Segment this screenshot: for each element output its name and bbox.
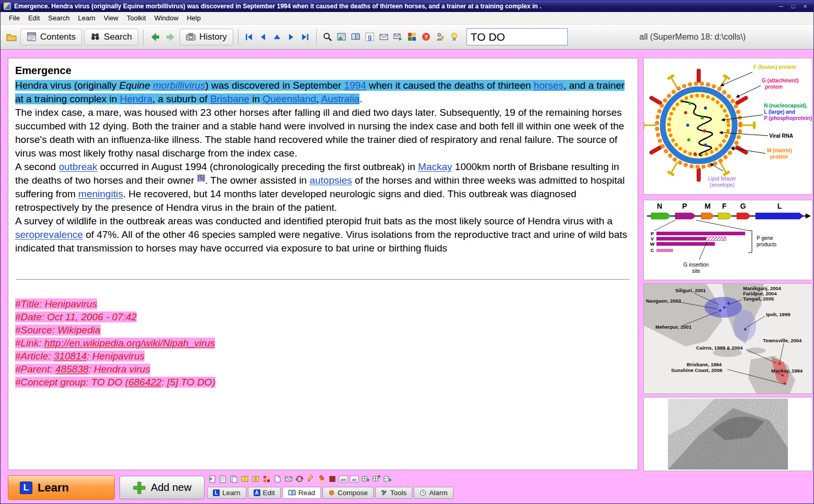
- tab-compose[interactable]: Compose: [322, 487, 374, 499]
- todo-input[interactable]: [466, 28, 568, 45]
- go-up-icon[interactable]: [271, 31, 283, 43]
- virus-diagram: F (fusion) protein G (attachment) protei…: [644, 58, 812, 194]
- inline-link[interactable]: 1994: [344, 80, 366, 91]
- inline-link[interactable]: autopsies: [309, 175, 352, 186]
- paragraph: Hendra virus (originally Equine morbilli…: [15, 79, 631, 106]
- inline-link[interactable]: Mackay: [418, 161, 452, 172]
- gene-letter-p: P: [682, 202, 687, 210]
- micrograph-panel[interactable]: [643, 397, 812, 471]
- search-button[interactable]: Search: [84, 29, 138, 45]
- tab-read[interactable]: Read: [282, 487, 321, 499]
- dictionary-icon[interactable]: [350, 31, 362, 43]
- tab-tools[interactable]: Tools: [375, 487, 413, 499]
- binoculars-icon: [90, 32, 100, 42]
- history-label: History: [199, 32, 227, 42]
- tab-alarm-label: Alarm: [429, 489, 447, 497]
- menu-window[interactable]: Window: [150, 13, 183, 23]
- outbreak-map-panel[interactable]: ★ ★ ★ ★ ★ ★ ★ Siliguri, 2001 Manikganj, …: [643, 283, 812, 394]
- components-icon[interactable]: [262, 474, 271, 484]
- tab-alarm[interactable]: Alarm: [414, 487, 453, 499]
- genome-diagram-panel[interactable]: N P M F G L P V W C: [643, 200, 812, 280]
- sort-alpha-icon[interactable]: alb: [339, 474, 348, 484]
- product-label-c: C: [651, 248, 654, 253]
- help-icon[interactable]: ?: [420, 31, 432, 43]
- maximize-button[interactable]: □: [788, 3, 798, 10]
- meta-source: #Source: Wikipedia: [15, 323, 631, 337]
- export-icon[interactable]: [392, 31, 404, 43]
- map-label-cairns: Cairns, 1999 & 2004: [696, 345, 743, 351]
- inline-link[interactable]: Brisbane: [210, 93, 249, 104]
- menu-help[interactable]: Help: [183, 13, 205, 23]
- inline-link[interactable]: Hendra: [120, 93, 152, 104]
- learn-label: Learn: [38, 481, 69, 495]
- table-add-col-icon[interactable]: [372, 474, 381, 484]
- image-icon[interactable]: [336, 31, 348, 43]
- inline-link[interactable]: morbillivirus: [153, 80, 205, 91]
- mail-icon[interactable]: [284, 474, 293, 484]
- contents-button[interactable]: Contents: [20, 29, 82, 45]
- history-button[interactable]: History: [179, 29, 233, 45]
- import-icon[interactable]: [207, 474, 217, 484]
- split-icon[interactable]: [240, 474, 249, 484]
- template-icon[interactable]: [273, 474, 282, 484]
- register-icon[interactable]: [434, 31, 446, 43]
- menu-search[interactable]: Search: [44, 13, 74, 23]
- inline-link[interactable]: seroprevalence: [15, 229, 83, 240]
- menu-bar: File Edit Search Learn View Toolkit Wind…: [1, 12, 813, 25]
- sync-icon[interactable]: [295, 474, 304, 484]
- delete-icon[interactable]: [328, 474, 337, 484]
- forward-button[interactable]: [164, 30, 177, 44]
- forward-arrow-icon: [165, 31, 176, 43]
- table-add-row-icon[interactable]: [361, 474, 370, 484]
- tab-read-label: Read: [298, 489, 315, 497]
- inline-link[interactable]: 686422: [128, 377, 161, 388]
- table-add-cell-icon[interactable]: [382, 474, 392, 484]
- zoom-icon[interactable]: [321, 31, 333, 43]
- duplicate-icon[interactable]: [229, 474, 238, 484]
- close-button[interactable]: ×: [800, 3, 810, 10]
- tab-learn[interactable]: L Learn: [207, 487, 246, 499]
- sort-ab-icon[interactable]: ab: [350, 474, 359, 484]
- text-segment: [5]: [197, 174, 205, 182]
- inline-link[interactable]: horses: [534, 80, 564, 91]
- menu-edit[interactable]: Edit: [24, 13, 44, 23]
- tips-icon[interactable]: [448, 31, 460, 43]
- minimize-button[interactable]: ─: [776, 3, 786, 10]
- inline-link[interactable]: Australia: [321, 93, 360, 104]
- menu-file[interactable]: File: [5, 13, 24, 23]
- tab-edit[interactable]: A Edit: [248, 487, 281, 499]
- gene-letter-n: N: [657, 202, 662, 210]
- inline-link[interactable]: outbreak: [58, 161, 97, 172]
- colors-icon[interactable]: [406, 31, 418, 43]
- map-label-siliguri: Siliguri, 2001: [675, 287, 706, 293]
- back-button[interactable]: [148, 30, 162, 44]
- svg-text:★: ★: [726, 301, 731, 306]
- inline-link[interactable]: 485838: [55, 364, 88, 375]
- inline-link[interactable]: Queensland: [262, 93, 316, 104]
- wrench-icon: [381, 489, 388, 496]
- tab-tools-label: Tools: [390, 489, 407, 497]
- go-next-icon[interactable]: [285, 31, 297, 43]
- go-last-icon[interactable]: [300, 31, 312, 43]
- google-icon[interactable]: g: [364, 31, 376, 43]
- open-collection-icon[interactable]: [5, 30, 18, 44]
- inline-link[interactable]: meningitis: [78, 188, 123, 199]
- learn-button[interactable]: L Learn: [8, 475, 115, 500]
- menu-learn[interactable]: Learn: [74, 13, 100, 23]
- email-icon[interactable]: [378, 31, 390, 43]
- highlighter-icon[interactable]: [317, 474, 326, 484]
- pencil-icon[interactable]: [306, 474, 315, 484]
- inline-link[interactable]: http://en.wikipedia.org/wiki/Nipah_virus: [44, 338, 215, 349]
- go-first-icon[interactable]: [243, 31, 255, 43]
- virus-diagram-panel[interactable]: F (fusion) protein G (attachment) protei…: [643, 58, 812, 195]
- inline-link[interactable]: 310814: [54, 351, 87, 362]
- article-panel[interactable]: Emergence Hendra virus (originally Equin…: [8, 58, 638, 470]
- go-previous-icon[interactable]: [257, 31, 269, 43]
- virus-label-g2: protein: [765, 84, 783, 90]
- menu-toolkit[interactable]: Toolkit: [123, 13, 150, 23]
- add-new-button[interactable]: Add new: [119, 476, 205, 499]
- article-icon[interactable]: [218, 474, 228, 484]
- contents-icon: [27, 32, 37, 42]
- merge-icon[interactable]: [251, 474, 260, 484]
- menu-view[interactable]: View: [100, 13, 123, 23]
